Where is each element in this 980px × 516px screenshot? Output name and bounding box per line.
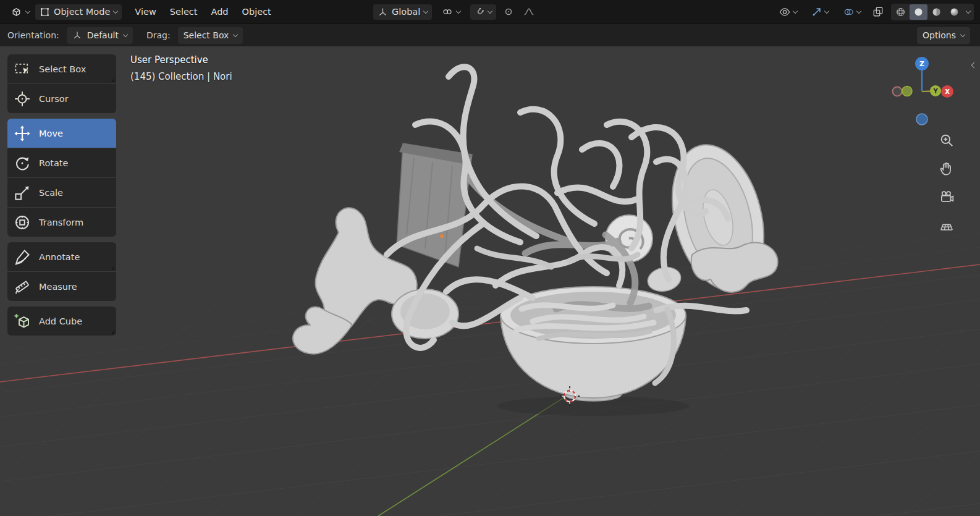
blender-window: Object Mode View Select Add Object Globa…	[0, 0, 980, 516]
editor-type-icon	[11, 6, 22, 18]
gizmos-settings-dropdown[interactable]	[824, 8, 829, 13]
tool-group-select: Select Box Cursor	[7, 54, 116, 113]
tool-rotate[interactable]: Rotate	[7, 148, 116, 177]
orientation-value: Default	[87, 30, 119, 40]
chevron-down-icon	[423, 8, 428, 13]
axis-neg-y-ball[interactable]	[902, 87, 912, 96]
ortho-toggle-button[interactable]	[937, 216, 957, 235]
proportional-falloff-dropdown[interactable]	[521, 4, 537, 19]
object-visibility-dropdown[interactable]	[774, 4, 801, 20]
viewport-text-overlay: User Perspective (145) Collection | Nori	[130, 52, 232, 85]
menu-view[interactable]: View	[128, 4, 163, 20]
tool-transform[interactable]: Transform	[7, 208, 116, 237]
chevron-down-icon	[966, 8, 971, 13]
transform-orientation-dropdown[interactable]: Global	[373, 4, 432, 20]
chevron-down-icon	[113, 8, 118, 13]
tool-label: Cursor	[39, 94, 69, 104]
orientation-default-dropdown[interactable]: Default	[67, 27, 133, 44]
tool-label: Transform	[39, 218, 83, 227]
tool-cursor[interactable]: Cursor	[7, 84, 116, 113]
tool-annotate[interactable]: Annotate	[7, 242, 116, 271]
measure-icon	[13, 277, 32, 296]
perspective-grid-icon	[939, 218, 955, 234]
transform-icon	[13, 213, 32, 232]
sidebar-toggle-arrow[interactable]	[969, 59, 978, 71]
axis-neg-z-ball[interactable]	[916, 114, 927, 125]
chevron-down-icon	[960, 32, 965, 36]
tool-move[interactable]: Move	[7, 119, 116, 148]
axis-y-label: Y	[932, 88, 938, 95]
topbar-left: Object Mode View Select Add Object	[6, 4, 278, 20]
topbar: Object Mode View Select Add Object Globa…	[0, 0, 980, 23]
shading-settings-dropdown[interactable]	[963, 11, 973, 13]
topbar-center: Global	[373, 0, 537, 23]
snap-settings-dropdown[interactable]	[488, 8, 492, 13]
xray-toggle[interactable]	[871, 4, 885, 20]
solid-sphere-icon	[913, 7, 924, 17]
tool-measure[interactable]: Measure	[7, 272, 116, 301]
snap-magnet-icon[interactable]	[475, 7, 485, 17]
tool-add-cube[interactable]: Add Cube	[7, 307, 116, 336]
chevron-down-icon	[123, 32, 128, 36]
overlays-settings-dropdown[interactable]	[856, 8, 861, 13]
object-origin-dot	[440, 234, 444, 238]
tool-select-box[interactable]: Select Box	[7, 54, 116, 83]
pivot-point-dropdown[interactable]	[437, 4, 465, 20]
model-noodle-bowl[interactable]	[260, 49, 791, 420]
view-perspective-label: User Perspective	[130, 52, 232, 69]
axis-neg-x-ball[interactable]	[893, 87, 902, 96]
drag-label: Drag:	[146, 30, 171, 40]
axis-x-label: X	[945, 88, 950, 95]
tool-label: Annotate	[39, 252, 80, 262]
options-dropdown[interactable]: Options	[917, 27, 970, 44]
proportional-editing-toggle[interactable]	[502, 4, 515, 19]
chevron-down-icon	[25, 8, 30, 13]
orientation-axes-icon	[72, 30, 82, 40]
menu-select[interactable]: Select	[163, 4, 205, 20]
zoom-button[interactable]	[937, 130, 957, 150]
camera-view-button[interactable]	[937, 187, 957, 207]
chevron-down-icon	[456, 8, 461, 13]
material-sphere-icon	[931, 7, 942, 17]
rendered-sphere-icon	[949, 7, 960, 17]
tool-label: Rotate	[39, 158, 68, 168]
menu-object[interactable]: Object	[235, 4, 278, 20]
shading-solid-button[interactable]	[910, 4, 927, 20]
tool-shelf: Select Box Cursor Mov	[7, 54, 116, 336]
falloff-curve-icon	[523, 7, 535, 17]
show-overlays-toggle[interactable]	[838, 4, 865, 20]
viewport-side-controls	[937, 130, 957, 235]
pivot-point-icon	[442, 6, 453, 17]
orientation-label: Orientation:	[7, 30, 59, 40]
tool-label: Select Box	[39, 64, 86, 74]
navigation-axis-gizmo[interactable]: Z Y X	[890, 56, 955, 126]
gizmo-arrow-icon	[811, 6, 822, 17]
tool-group-transform: Move Rotate Scale	[7, 119, 116, 237]
cursor-3d-marker	[556, 383, 583, 410]
menu-add[interactable]: Add	[205, 4, 235, 20]
viewport-3d[interactable]: User Perspective (145) Collection | Nori…	[0, 46, 980, 516]
tool-scale[interactable]: Scale	[7, 178, 116, 207]
shading-wireframe-button[interactable]	[892, 4, 910, 20]
shading-rendered-button[interactable]	[945, 4, 963, 20]
menubar: View Select Add Object	[128, 4, 277, 20]
editor-type-selector[interactable]	[6, 4, 34, 20]
move-icon	[13, 124, 32, 143]
drag-mode-dropdown[interactable]: Select Box	[178, 27, 243, 44]
mode-dropdown[interactable]: Object Mode	[35, 4, 122, 20]
shading-material-button[interactable]	[927, 4, 945, 20]
axis-z-label: Z	[919, 60, 924, 68]
nori-sheet	[397, 143, 472, 267]
add-cube-icon	[13, 312, 32, 331]
overlays-icon	[843, 7, 855, 17]
scale-icon	[13, 184, 32, 202]
tentacle-right	[691, 243, 778, 292]
pan-button[interactable]	[937, 159, 957, 179]
topbar-right	[774, 4, 974, 20]
camera-icon	[939, 189, 955, 205]
show-gizmos-toggle[interactable]	[807, 4, 833, 20]
options-label: Options	[923, 30, 956, 40]
orientation-axes-icon	[378, 7, 388, 17]
select-box-icon	[13, 60, 32, 78]
tool-group-annotate: Annotate Measure	[7, 242, 116, 301]
